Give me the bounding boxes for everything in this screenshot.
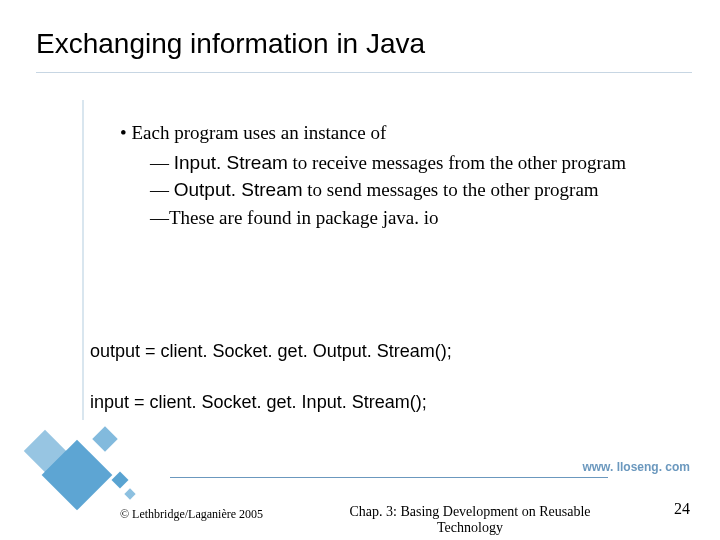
square-icon bbox=[92, 426, 117, 451]
page-number: 24 bbox=[674, 500, 690, 518]
slide: Exchanging information in Java • Each pr… bbox=[0, 0, 720, 540]
bullet-main-text: Each program uses an instance of bbox=[131, 122, 386, 143]
code-block: output = client. Socket. get. Output. St… bbox=[90, 340, 452, 415]
website-url: www. lloseng. com bbox=[582, 460, 690, 474]
code-outputstream: Output. Stream bbox=[174, 179, 303, 200]
chapter-label: Chap. 3: Basing Development on Reusable … bbox=[340, 504, 600, 536]
square-icon bbox=[112, 472, 129, 489]
bullet-sub-1: — Input. Stream to receive messages from… bbox=[150, 150, 660, 176]
code-inputstream: Input. Stream bbox=[174, 152, 288, 173]
code-javaio: java. io bbox=[383, 207, 439, 228]
bullet-main: • Each program uses an instance of bbox=[120, 120, 660, 146]
bullet-sub-3: —These are found in package java. io bbox=[150, 205, 660, 231]
slide-title: Exchanging information in Java bbox=[36, 28, 425, 60]
body-text: • Each program uses an instance of — Inp… bbox=[120, 120, 660, 233]
code-line-1: output = client. Socket. get. Output. St… bbox=[90, 340, 452, 363]
left-vertical-line bbox=[82, 100, 84, 420]
footer: © Lethbridge/Laganière 2005 Chap. 3: Bas… bbox=[0, 498, 720, 538]
code-line-2: input = client. Socket. get. Input. Stre… bbox=[90, 391, 452, 414]
footer-rule bbox=[170, 477, 608, 478]
copyright-text: © Lethbridge/Laganière 2005 bbox=[120, 507, 263, 522]
title-underline bbox=[36, 72, 692, 73]
bullet-sub-2: — Output. Stream to send messages to the… bbox=[150, 177, 660, 203]
